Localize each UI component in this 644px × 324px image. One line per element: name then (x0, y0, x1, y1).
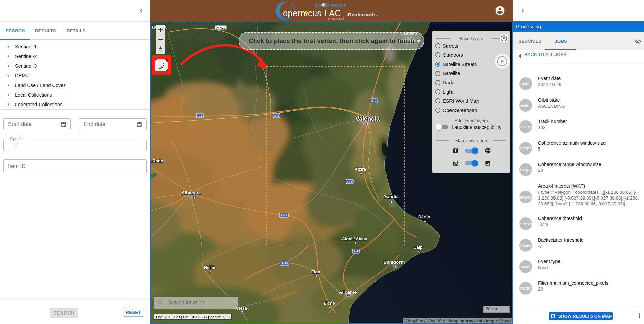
svg-text:A-7: A-7 (353, 250, 358, 253)
svg-text:Alzira: Alzira (355, 167, 366, 172)
svg-text:Elda: Elda (311, 270, 320, 274)
svg-text:Alicante: Alicante (339, 290, 357, 295)
svg-text:Gandia: Gandia (383, 194, 399, 199)
svg-text:Dénia: Dénia (418, 215, 430, 219)
svg-text:Valencia: Valencia (355, 115, 380, 122)
svg-text:Alcoi / Alcoy: Alcoi / Alcoy (342, 237, 367, 241)
svg-text:A-31: A-31 (281, 214, 287, 217)
svg-text:Benidorm: Benidorm (383, 260, 405, 265)
svg-text:A-33: A-33 (281, 262, 288, 265)
svg-text:A-7: A-7 (347, 180, 352, 183)
svg-text:Albacete: Albacete (182, 190, 201, 195)
svg-text:A-7: A-7 (371, 99, 376, 103)
svg-text:Elche: Elche (324, 301, 335, 306)
svg-text:a Roda: a Roda (150, 159, 163, 163)
svg-text:Hellín: Hellín (204, 265, 215, 270)
svg-text:A-3: A-3 (274, 114, 279, 117)
svg-text:A-3: A-3 (197, 114, 202, 117)
svg-text:Calp: Calp (413, 245, 422, 250)
svg-text:N-420: N-420 (216, 26, 225, 29)
